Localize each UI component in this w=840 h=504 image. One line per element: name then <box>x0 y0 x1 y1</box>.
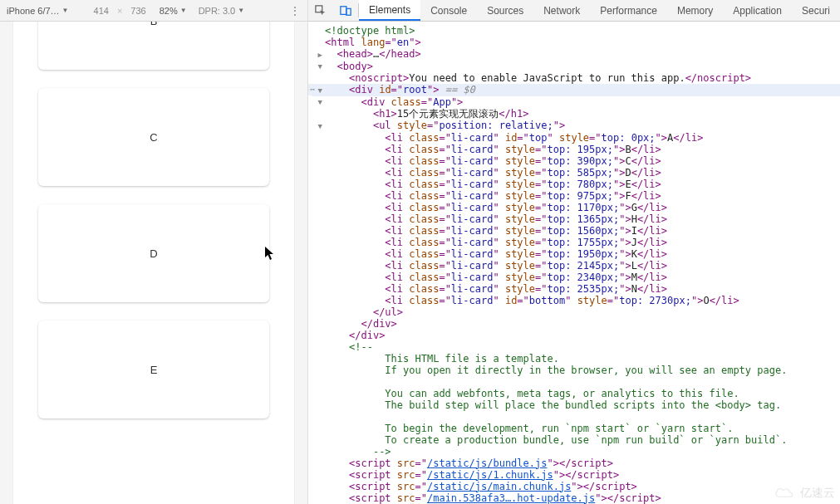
dom-node[interactable]: <!-- <box>312 341 840 353</box>
dom-node[interactable]: </div> <box>312 330 840 341</box>
dpr-value: 3.0 <box>223 6 235 16</box>
device-preview-pane: iPhone 6/7… ▼ 414 × 736 82% ▼ DPR: 3.0 ▼… <box>0 0 308 504</box>
viewport-height[interactable]: 736 <box>130 6 145 16</box>
dom-node[interactable]: <html lang="en"> <box>312 37 840 48</box>
tab-securi[interactable]: Securi <box>792 0 840 21</box>
dom-node[interactable]: <li class="li-card" style="top: 585px;">… <box>312 167 840 179</box>
dom-node[interactable]: To create a production bundle, use `npm … <box>312 434 840 446</box>
watermark: 亿速云 <box>774 486 835 501</box>
dimension-separator: × <box>117 6 122 16</box>
dom-node[interactable] <box>312 376 840 388</box>
preview-card[interactable]: E <box>38 321 269 418</box>
svg-rect-2 <box>346 8 351 15</box>
tab-memory[interactable]: Memory <box>667 0 723 21</box>
tab-elements[interactable]: Elements <box>359 0 420 21</box>
zoom-select[interactable]: 82% ▼ <box>160 6 187 16</box>
dom-node[interactable]: <li class="li-card" id="bottom" style="t… <box>312 295 840 306</box>
dom-node[interactable]: <h1>15个元素实现无限滚动</h1> <box>312 108 840 120</box>
tab-application[interactable]: Application <box>723 0 792 21</box>
tab-performance[interactable]: Performance <box>590 0 667 21</box>
dom-node[interactable]: If you open it directly in the browser, … <box>312 365 840 376</box>
dom-node[interactable]: ▼ <div class="App"> <box>312 96 840 109</box>
dom-node[interactable]: You can add webfonts, meta tags, or anal… <box>312 388 840 399</box>
devtools-pane: ElementsConsoleSourcesNetworkPerformance… <box>308 0 840 504</box>
dpr-select[interactable]: DPR: 3.0 ▼ <box>199 6 245 16</box>
dom-node[interactable]: <li class="li-card" style="top: 1950px;"… <box>312 248 840 260</box>
dom-node[interactable]: <li class="li-card" style="top: 1170px;"… <box>312 202 840 213</box>
dom-node[interactable]: <li class="li-card" id="top" style="top:… <box>312 132 840 144</box>
chevron-down-icon: ▼ <box>238 7 244 14</box>
preview-card[interactable]: D <box>38 204 269 302</box>
dom-node[interactable]: To begin the development, run `npm start… <box>312 423 840 434</box>
svg-rect-1 <box>341 6 346 14</box>
dom-node[interactable]: <li class="li-card" style="top: 975px;">… <box>312 190 840 202</box>
dom-node[interactable]: <li class="li-card" style="top: 780px;">… <box>312 179 840 190</box>
dom-node[interactable]: <li class="li-card" style="top: 2145px;"… <box>312 260 840 272</box>
dom-node[interactable]: <script src="/main.538afa3….hot-update.j… <box>312 492 840 504</box>
dpr-label: DPR: <box>199 6 220 16</box>
dom-node[interactable]: <script src="/static/js/1.chunk.js"></sc… <box>312 469 840 481</box>
dom-node[interactable]: </div> <box>312 318 840 330</box>
dom-node[interactable]: <li class="li-card" style="top: 390px;">… <box>312 155 840 167</box>
elements-tree[interactable]: <!doctype html><html lang="en">▶ <head>…… <box>308 22 840 504</box>
device-name: iPhone 6/7… <box>7 6 60 16</box>
dom-node[interactable]: <noscript>You need to enable JavaScript … <box>312 72 840 84</box>
dom-node[interactable]: <!doctype html> <box>312 25 840 37</box>
devtools-tabs: ElementsConsoleSourcesNetworkPerformance… <box>308 0 840 22</box>
zoom-value: 82% <box>160 6 178 16</box>
toggle-device-toolbar-icon[interactable] <box>333 0 358 21</box>
dom-node[interactable]: ▶ <head>…</head> <box>312 48 840 61</box>
dom-node[interactable]: ▼ <body> <box>312 61 840 73</box>
dom-node[interactable]: <li class="li-card" style="top: 1755px;"… <box>312 237 840 248</box>
kebab-menu-icon[interactable]: ⋮ <box>289 4 301 17</box>
viewport-width[interactable]: 414 <box>94 6 109 16</box>
dom-node[interactable]: <li class="li-card" style="top: 195px;">… <box>312 144 840 155</box>
preview-card[interactable]: B <box>38 22 269 70</box>
dom-node[interactable]: </ul> <box>312 306 840 318</box>
dom-node[interactable]: This HTML file is a template. <box>312 353 840 365</box>
dom-node[interactable]: ⋯▼ <div id="root"> == $0 <box>312 84 840 96</box>
tab-sources[interactable]: Sources <box>477 0 533 21</box>
inspect-element-icon[interactable] <box>308 0 333 21</box>
dom-node[interactable]: <li class="li-card" style="top: 2340px;"… <box>312 272 840 283</box>
dom-node[interactable]: ▼ <ul style="position: relative;"> <box>312 120 840 132</box>
chevron-down-icon: ▼ <box>180 7 187 14</box>
device-frame[interactable]: BCDE <box>12 22 295 504</box>
dom-node[interactable]: <li class="li-card" style="top: 1365px;"… <box>312 213 840 225</box>
device-select[interactable]: iPhone 6/7… ▼ <box>7 6 69 16</box>
device-toolbar: iPhone 6/7… ▼ 414 × 736 82% ▼ DPR: 3.0 ▼… <box>0 0 307 22</box>
dom-node[interactable]: <li class="li-card" style="top: 1560px;"… <box>312 225 840 237</box>
dom-node[interactable]: <li class="li-card" style="top: 2535px;"… <box>312 283 840 295</box>
dom-node[interactable]: The build step will place the bundled sc… <box>312 399 840 411</box>
preview-card[interactable]: C <box>38 88 269 186</box>
tab-network[interactable]: Network <box>533 0 590 21</box>
dom-node[interactable]: <script src="/static/js/bundle.js"></scr… <box>312 458 840 469</box>
dom-node[interactable]: <script src="/static/js/main.chunk.js"><… <box>312 481 840 492</box>
chevron-down-icon: ▼ <box>62 7 69 14</box>
dom-node[interactable] <box>312 411 840 423</box>
tab-console[interactable]: Console <box>420 0 477 21</box>
preview-area: BCDE <box>0 22 307 504</box>
dom-node[interactable]: --> <box>312 446 840 458</box>
